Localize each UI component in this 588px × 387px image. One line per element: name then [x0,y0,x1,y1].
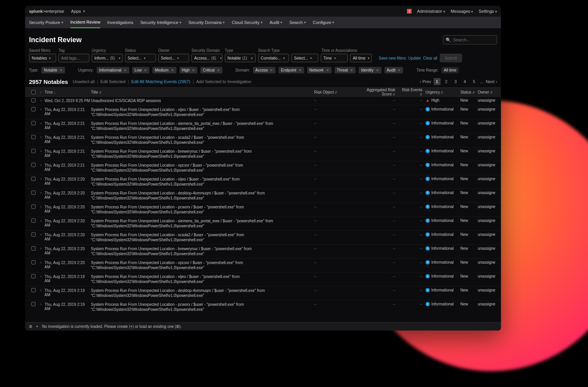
nav-item[interactable]: Cloud Security [232,17,263,28]
pager-page[interactable]: 3 [452,78,459,85]
pager-prev[interactable]: ‹ Prev [420,79,431,84]
close-icon[interactable]: ✕ [217,68,220,72]
clear-all-link[interactable]: Clear all [423,56,438,60]
col-risk-object[interactable]: Risk Object [314,90,357,94]
expand-row-icon[interactable]: › [38,274,44,278]
close-icon[interactable]: ✕ [192,68,195,72]
row-checkbox[interactable] [31,246,36,251]
admin-menu[interactable]: Administrator [417,9,445,14]
filter-saved[interactable]: Notables [29,54,56,62]
edit-matching-link[interactable]: Edit All Matching Events (2957) [131,79,190,84]
expand-row-icon[interactable]: › [38,121,44,125]
row-checkbox[interactable] [31,205,36,209]
expand-row-icon[interactable]: › [38,107,44,111]
settings-menu[interactable]: Settings [479,9,497,14]
row-checkbox[interactable] [31,177,36,181]
nav-item[interactable]: Security Domains [188,17,225,28]
expand-row-icon[interactable]: › [38,191,44,195]
close-icon[interactable]: ✕ [398,68,401,72]
submit-button[interactable]: Submit [440,54,462,62]
pager-page[interactable]: 5 [471,78,478,85]
row-checkbox[interactable] [31,288,36,292]
row-checkbox[interactable] [31,218,36,223]
pager-page[interactable]: 2 [443,78,450,85]
row-checkbox[interactable] [31,191,36,195]
filter-tag-input[interactable]: Add tags... [58,54,89,62]
row-checkbox[interactable] [31,98,36,102]
filter-chip[interactable]: Threat✕ [335,67,356,73]
nav-item[interactable]: Audit [270,17,282,28]
filter-assoc[interactable]: Select... [291,54,318,62]
row-checkbox[interactable] [31,260,36,264]
update-link[interactable]: Update [409,56,421,60]
filter-chip[interactable]: High✕ [179,67,198,73]
expand-row-icon[interactable]: › [38,232,44,237]
expand-row-icon[interactable]: › [38,98,44,102]
col-risk-events[interactable]: Risk Events [398,88,426,96]
row-checkbox[interactable] [31,302,36,306]
nav-item[interactable]: Security Intelligence [140,17,181,28]
messages-menu[interactable]: Messages [451,9,473,14]
close-icon[interactable]: ✕ [350,68,353,72]
nav-item[interactable]: Investigations [107,17,133,28]
col-time[interactable]: Time [44,90,91,94]
filter-chip[interactable]: Medium✕ [152,67,176,73]
row-checkbox[interactable] [31,163,36,167]
filter-chip[interactable]: Critical✕ [200,67,222,73]
row-checkbox[interactable] [31,274,36,278]
close-icon[interactable]: ✕ [171,68,174,72]
warning-icon[interactable]: ! [407,9,412,14]
expand-row-icon[interactable]: › [38,163,44,167]
close-icon[interactable]: ✕ [60,68,63,72]
expand-row-icon[interactable]: › [38,205,44,209]
row-checkbox[interactable] [31,232,36,237]
close-icon[interactable]: ✕ [376,68,379,72]
expand-row-icon[interactable]: › [38,218,44,223]
expand-row-icon[interactable]: › [38,149,44,153]
col-status[interactable]: Status [460,90,478,94]
filter-chip[interactable]: Audit✕ [385,67,403,73]
expand-row-icon[interactable]: › [38,288,44,292]
filter-domain[interactable]: Access...(6) [191,54,222,62]
close-icon[interactable]: ✕ [326,68,329,72]
add-to-investigation-link[interactable]: Add Selected to Investigation [196,79,251,84]
nav-item[interactable]: Security Posture [29,17,63,28]
close-icon[interactable]: ✕ [144,68,147,72]
expand-row-icon[interactable]: › [38,246,44,251]
expand-all-icon[interactable]: › [38,90,44,94]
close-icon[interactable]: ✕ [270,68,273,72]
col-owner[interactable]: Owner [478,90,497,94]
filter-chip[interactable]: Low✕ [132,67,149,73]
apps-menu[interactable]: Apps [71,9,85,14]
filter-status[interactable]: Select... [125,54,156,62]
filter-chip[interactable]: Network✕ [307,67,332,73]
filter-time[interactable]: Time [321,54,348,62]
filter-chip[interactable]: Access✕ [253,67,275,73]
close-icon[interactable]: ✕ [124,68,127,72]
filter-chip[interactable]: Notable✕ [41,67,65,73]
pager-next[interactable]: Next › [486,79,497,84]
filter-chip[interactable]: Endpoint✕ [279,67,304,73]
row-checkbox[interactable] [31,135,36,139]
row-checkbox[interactable] [31,107,36,111]
row-checkbox[interactable] [31,121,36,125]
filter-urgency[interactable]: Inform...(5) [92,54,123,62]
edit-selected-link[interactable]: Edit Selected [101,79,126,84]
filter-range[interactable]: All time [350,54,372,62]
col-agg-risk-score[interactable]: Aggregated Risk Score [357,88,398,96]
filter-owner[interactable]: Select... [158,54,189,62]
filter-type[interactable]: Notable(1) [225,54,256,62]
nav-item[interactable]: Configure [313,17,335,28]
search-input[interactable] [453,38,494,42]
expand-row-icon[interactable]: › [38,177,44,181]
expand-row-icon[interactable]: › [38,135,44,139]
filter-chip[interactable]: Identity✕ [359,67,381,73]
expand-row-icon[interactable]: › [38,302,44,306]
pager-page[interactable]: 4 [462,78,468,85]
search-box[interactable]: 🔍 [443,35,497,44]
filter-search-type[interactable]: Correlatio... [258,54,289,62]
row-checkbox[interactable] [31,149,36,153]
select-all-checkbox[interactable] [31,90,36,94]
nav-item[interactable]: Incident Review [70,17,101,28]
pager-page[interactable]: 1 [434,78,441,85]
